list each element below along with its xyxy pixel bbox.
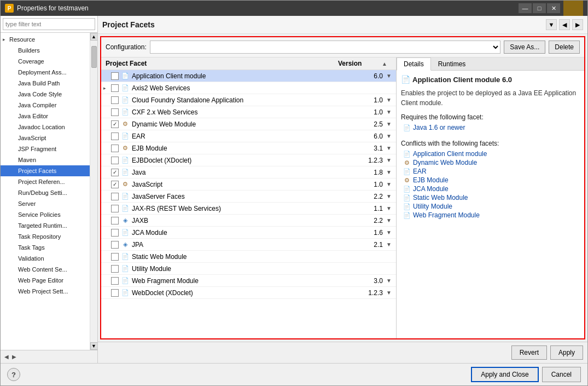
facet-version-dropdown[interactable]: ▼ xyxy=(384,205,394,211)
facet-checkbox[interactable] xyxy=(111,217,119,224)
table-row[interactable]: 📄 Static Web Module xyxy=(101,251,396,263)
sidebar-item-targeted-runtimes[interactable]: Targeted Runtim... xyxy=(1,220,90,231)
list-item[interactable]: ⚙ EJB Module xyxy=(401,176,580,185)
list-item[interactable]: 📄 EAR xyxy=(401,167,580,176)
apply-close-button[interactable]: Apply and Close xyxy=(471,367,538,382)
facet-checkbox[interactable] xyxy=(111,108,119,116)
facet-version-dropdown[interactable]: ▼ xyxy=(384,73,394,79)
facet-version-dropdown[interactable]: ▼ xyxy=(384,157,394,163)
sidebar-filter-input[interactable] xyxy=(3,18,95,30)
facet-version-dropdown[interactable]: ▼ xyxy=(384,278,394,284)
facet-checkbox[interactable] xyxy=(111,157,119,164)
list-item[interactable]: 📄 Java 1.6 or newer xyxy=(401,123,580,132)
facet-version-dropdown[interactable]: ▼ xyxy=(384,181,394,187)
facet-checkbox[interactable] xyxy=(111,132,119,140)
sort-arrow[interactable]: ▲ xyxy=(382,61,392,67)
tab-runtimes[interactable]: Runtimes xyxy=(431,57,473,70)
sidebar-item-java-compiler[interactable]: Java Compiler xyxy=(1,100,90,111)
facet-checkbox[interactable] xyxy=(111,241,119,249)
facet-version-dropdown[interactable]: ▼ xyxy=(384,241,394,247)
facet-checkbox[interactable] xyxy=(111,84,119,92)
facet-checkbox[interactable] xyxy=(111,169,119,176)
facet-version-dropdown[interactable]: ▼ xyxy=(384,169,394,175)
sidebar-item-web-project[interactable]: Web Project Sett... xyxy=(1,286,90,297)
facet-version-dropdown[interactable]: ▼ xyxy=(384,229,394,235)
facet-checkbox[interactable] xyxy=(111,193,119,200)
sidebar-item-task-repository[interactable]: Task Repository xyxy=(1,231,90,242)
sidebar-item-project-facets[interactable]: Project Facets xyxy=(1,165,90,176)
scroll-down-button[interactable]: ▼ xyxy=(90,342,98,350)
list-item[interactable]: 📄 Application Client module xyxy=(401,149,580,158)
table-row[interactable]: 📄 EJBDoclet (XDoclet) 1.2.3 ▼ xyxy=(101,154,396,166)
apply-button[interactable]: Apply xyxy=(550,345,583,360)
table-row[interactable]: ◈ JAXB 2.2 ▼ xyxy=(101,215,396,227)
table-row[interactable]: 📄 Application Client module 6.0 ▼ xyxy=(101,70,396,82)
sidebar-item-run-debug[interactable]: Run/Debug Setti... xyxy=(1,187,90,198)
sidebar-nav-forward[interactable]: ▶ xyxy=(10,353,18,361)
facet-checkbox[interactable] xyxy=(111,181,119,188)
facet-checkbox[interactable] xyxy=(111,277,119,285)
revert-button[interactable]: Revert xyxy=(511,345,547,360)
table-row[interactable]: ⚙ JavaScript 1.0 ▼ xyxy=(101,178,396,191)
sidebar-item-javascript[interactable]: JavaScript xyxy=(1,132,90,143)
help-button[interactable]: ? xyxy=(7,368,20,381)
facet-version-dropdown[interactable]: ▼ xyxy=(384,290,394,296)
tab-details[interactable]: Details xyxy=(397,57,431,71)
table-row[interactable]: 📄 EAR 6.0 ▼ xyxy=(101,130,396,142)
list-item[interactable]: 📄 Web Fragment Module xyxy=(401,211,580,220)
facet-version-dropdown[interactable]: ▼ xyxy=(384,97,394,103)
minimize-button[interactable]: — xyxy=(519,3,532,13)
sidebar-item-validation[interactable]: Validation xyxy=(1,253,90,264)
facet-version-dropdown[interactable]: ▼ xyxy=(384,121,394,127)
sidebar-item-service-policies[interactable]: Service Policies xyxy=(1,209,90,220)
panel-forward-button[interactable]: ▶ xyxy=(572,19,583,30)
delete-button[interactable]: Delete xyxy=(549,41,580,54)
facet-checkbox[interactable] xyxy=(111,205,119,212)
sidebar-item-task-tags[interactable]: Task Tags xyxy=(1,242,90,253)
sidebar-scrollbar[interactable]: ▲ ▼ xyxy=(90,33,97,350)
list-item[interactable]: 📄 JCA Module xyxy=(401,185,580,193)
sidebar-item-server[interactable]: Server xyxy=(1,198,90,209)
table-row[interactable]: 📄 Web Fragment Module 3.0 ▼ xyxy=(101,275,396,287)
list-item[interactable]: ⚙ Dynamic Web Module xyxy=(401,158,580,167)
sidebar-item-builders[interactable]: Builders xyxy=(1,45,90,56)
sidebar-item-project-references[interactable]: Project Referen... xyxy=(1,176,90,187)
table-row[interactable]: 📄 WebDoclet (XDoclet) 1.2.3 ▼ xyxy=(101,287,396,299)
facet-checkbox[interactable] xyxy=(111,289,119,297)
scroll-up-button[interactable]: ▲ xyxy=(90,33,98,41)
panel-menu-button[interactable]: ▼ xyxy=(546,19,557,30)
panel-back-button[interactable]: ◀ xyxy=(559,19,570,30)
table-row[interactable]: 📄 Cloud Foundry Standalone Application 1… xyxy=(101,94,396,106)
facet-version-dropdown[interactable]: ▼ xyxy=(384,133,394,139)
facet-checkbox[interactable] xyxy=(111,145,119,152)
facet-version-dropdown[interactable]: ▼ xyxy=(384,193,394,199)
list-item[interactable]: 📄 Utility Module xyxy=(401,202,580,211)
table-row[interactable]: 📄 CXF 2.x Web Services 1.0 ▼ xyxy=(101,106,396,118)
table-row[interactable]: 📄 Java 1.8 ▼ xyxy=(101,166,396,178)
facet-version-dropdown[interactable]: ▼ xyxy=(384,145,394,151)
sidebar-item-deployment-assembly[interactable]: Deployment Ass... xyxy=(1,67,90,78)
table-row[interactable]: 📄 JavaServer Faces 2.2 ▼ xyxy=(101,191,396,203)
facet-checkbox[interactable] xyxy=(111,120,119,128)
sidebar-item-maven[interactable]: Maven xyxy=(1,154,90,165)
close-button[interactable]: ✕ xyxy=(547,3,560,13)
table-row[interactable]: 📄 Utility Module xyxy=(101,263,396,275)
sidebar-item-java-editor[interactable]: Java Editor xyxy=(1,111,90,122)
list-item[interactable]: 📄 Static Web Module xyxy=(401,193,580,202)
table-row[interactable]: ◈ JPA 2.1 ▼ xyxy=(101,239,396,251)
sidebar-item-resource[interactable]: ▸ Resource xyxy=(1,34,90,45)
sidebar-item-jsp-fragment[interactable]: JSP Fragment xyxy=(1,143,90,154)
table-row[interactable]: 📄 JCA Module 1.6 ▼ xyxy=(101,227,396,239)
sidebar-item-java-code-style[interactable]: Java Code Style xyxy=(1,89,90,100)
sidebar-nav-back[interactable]: ◀ xyxy=(3,353,10,361)
maximize-button[interactable]: □ xyxy=(533,3,546,13)
sidebar-item-javadoc-location[interactable]: Javadoc Location xyxy=(1,122,90,132)
facet-checkbox[interactable] xyxy=(111,229,119,237)
sidebar-item-web-page-editor[interactable]: Web Page Editor xyxy=(1,275,90,286)
table-row[interactable]: ▸ 📄 Axis2 Web Services xyxy=(101,82,396,94)
sidebar-item-coverage[interactable]: Coverage xyxy=(1,56,90,67)
facet-checkbox[interactable] xyxy=(111,96,119,104)
facet-checkbox[interactable] xyxy=(111,265,119,273)
facet-version-dropdown[interactable]: ▼ xyxy=(384,109,394,115)
table-row[interactable]: ⚙ EJB Module 3.1 ▼ xyxy=(101,142,396,154)
